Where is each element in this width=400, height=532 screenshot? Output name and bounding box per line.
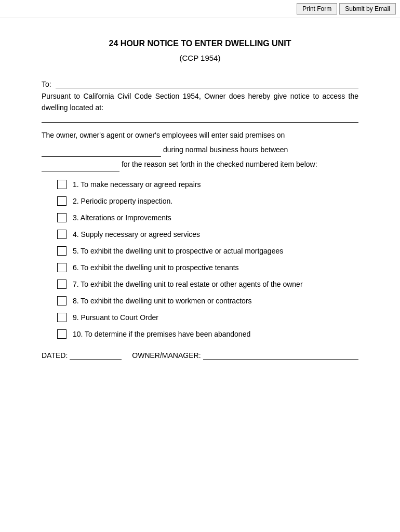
checkbox-9[interactable] [57,313,66,322]
check-label-2: 2. Periodic property inspection. [73,197,172,205]
to-input[interactable] [56,78,358,88]
time-field[interactable] [42,162,119,171]
divider-1 [42,122,358,123]
list-item: 5. To exhibit the dwelling unit to prosp… [57,246,358,256]
check-label-9: 9. Pursuant to Court Order [73,313,158,322]
print-form-button[interactable]: Print Form [297,3,337,15]
checkbox-6[interactable] [57,263,66,272]
paragraph-2-text: The owner, owner's agent or owner's empl… [42,131,285,139]
check-label-5: 5. To exhibit the dwelling unit to prosp… [73,247,283,255]
date-field[interactable] [42,148,161,157]
list-item: 2. Periodic property inspection. [57,196,358,206]
check-label-8: 8. To exhibit the dwelling unit to workm… [73,297,251,305]
check-label-1: 1. To make necessary or agreed repairs [73,180,201,189]
list-item: 7. To exhibit the dwelling unit to real … [57,280,358,289]
checkbox-4[interactable] [57,230,66,239]
reason-text: for the reason set forth in the checked … [122,160,317,168]
check-label-3: 3. Alterations or Improvements [73,214,171,222]
checkbox-2[interactable] [57,196,66,206]
between-text: during normal business hours between [163,145,288,154]
submit-email-button[interactable]: Submit by Email [339,3,396,15]
checkbox-3[interactable] [57,213,66,222]
list-item: 4. Supply necessary or agreed services [57,230,358,239]
paragraph-1: Pursuant to California Civil Code Sectio… [42,90,358,114]
dated-label: DATED: [42,351,68,360]
owner-input[interactable] [203,349,358,360]
list-item: 3. Alterations or Improvements [57,213,358,222]
to-label: To: [42,80,51,88]
top-bar: Print Form Submit by Email [0,0,400,18]
checkbox-7[interactable] [57,280,66,289]
entry-section: The owner, owner's agent or owner's empl… [42,128,358,171]
checkbox-10[interactable] [57,329,66,339]
checkbox-1[interactable] [57,180,66,189]
check-label-4: 4. Supply necessary or agreed services [73,230,200,238]
list-item: 8. To exhibit the dwelling unit to workm… [57,296,358,305]
to-field-row: To: [42,78,358,88]
list-item: 9. Pursuant to Court Order [57,313,358,322]
document-subtitle: (CCP 1954) [42,54,358,62]
owner-label: OWNER/MANAGER: [132,351,201,360]
document-title: 24 HOUR NOTICE TO ENTER DWELLING UNIT [42,39,358,48]
check-label-6: 6. To exhibit the dwelling unit to prosp… [73,263,239,272]
list-item: 10. To determine if the premises have be… [57,329,358,339]
document-body: 24 HOUR NOTICE TO ENTER DWELLING UNIT (C… [0,18,400,380]
check-label-10: 10. To determine if the premises have be… [73,330,250,338]
checklist: 1. To make necessary or agreed repairs 2… [57,180,358,339]
check-label-7: 7. To exhibit the dwelling unit to real … [73,280,303,288]
list-item: 6. To exhibit the dwelling unit to prosp… [57,263,358,272]
checkbox-5[interactable] [57,246,66,256]
list-item: 1. To make necessary or agreed repairs [57,180,358,189]
dated-input[interactable] [70,349,122,360]
checkbox-8[interactable] [57,296,66,305]
dated-row: DATED: OWNER/MANAGER: [42,349,358,360]
